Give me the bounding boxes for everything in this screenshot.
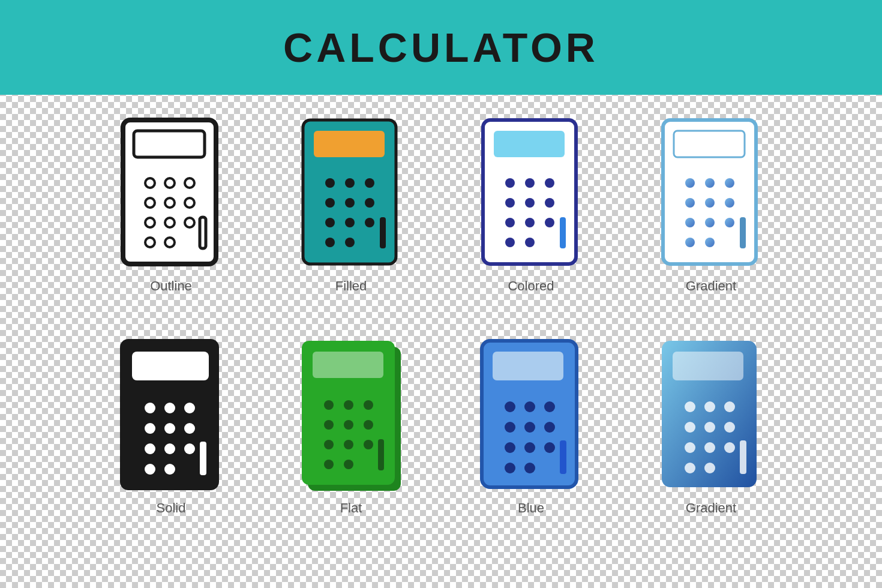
svg-point-46 bbox=[725, 178, 734, 188]
svg-rect-57 bbox=[132, 352, 209, 380]
svg-point-37 bbox=[525, 218, 535, 227]
svg-point-30 bbox=[505, 178, 515, 188]
svg-point-18 bbox=[365, 178, 374, 188]
svg-point-78 bbox=[364, 420, 373, 430]
svg-point-25 bbox=[325, 238, 335, 247]
svg-point-106 bbox=[724, 422, 735, 433]
icon-gradient-top: Gradient bbox=[633, 114, 789, 318]
header-banner: CALCULATOR bbox=[0, 0, 882, 95]
svg-point-53 bbox=[685, 238, 695, 247]
icon-label-gradient-bottom: Gradient bbox=[686, 500, 736, 516]
svg-rect-112 bbox=[740, 440, 746, 474]
svg-point-21 bbox=[365, 198, 374, 208]
svg-point-20 bbox=[345, 198, 355, 208]
svg-point-62 bbox=[164, 423, 175, 434]
icon-label-blue: Blue bbox=[518, 500, 544, 516]
svg-point-35 bbox=[545, 198, 554, 208]
svg-point-38 bbox=[545, 218, 554, 227]
svg-point-96 bbox=[505, 463, 515, 473]
svg-point-103 bbox=[724, 401, 735, 412]
icon-label-colored: Colored bbox=[508, 278, 554, 294]
svg-rect-1 bbox=[134, 131, 205, 157]
svg-point-79 bbox=[324, 440, 334, 449]
svg-point-97 bbox=[524, 463, 535, 473]
svg-point-108 bbox=[704, 442, 715, 453]
svg-point-19 bbox=[325, 198, 335, 208]
svg-point-94 bbox=[524, 442, 535, 453]
svg-point-32 bbox=[545, 178, 554, 188]
svg-rect-86 bbox=[493, 352, 563, 380]
svg-point-54 bbox=[705, 238, 715, 247]
svg-point-36 bbox=[505, 218, 515, 227]
svg-point-110 bbox=[685, 463, 695, 473]
svg-point-33 bbox=[505, 198, 515, 208]
svg-point-61 bbox=[145, 423, 155, 434]
icon-label-flat: Flat bbox=[340, 500, 362, 516]
svg-point-48 bbox=[705, 198, 715, 208]
svg-point-34 bbox=[525, 198, 535, 208]
svg-point-31 bbox=[525, 178, 535, 188]
svg-point-59 bbox=[164, 403, 175, 413]
svg-point-80 bbox=[344, 440, 353, 449]
svg-point-82 bbox=[324, 460, 334, 469]
svg-point-95 bbox=[544, 442, 555, 453]
calculator-icon-gradient-top bbox=[651, 114, 771, 270]
svg-point-102 bbox=[704, 401, 715, 412]
svg-point-107 bbox=[685, 442, 695, 453]
svg-point-92 bbox=[544, 422, 555, 433]
svg-rect-15 bbox=[314, 131, 385, 157]
svg-point-65 bbox=[164, 443, 175, 454]
icon-label-outline: Outline bbox=[150, 278, 192, 294]
svg-point-47 bbox=[685, 198, 695, 208]
svg-point-17 bbox=[345, 178, 355, 188]
svg-point-90 bbox=[505, 422, 515, 433]
svg-point-101 bbox=[685, 401, 695, 412]
svg-point-67 bbox=[145, 464, 155, 475]
icon-label-gradient-top: Gradient bbox=[686, 278, 736, 294]
svg-point-76 bbox=[324, 420, 334, 430]
svg-point-74 bbox=[344, 400, 353, 410]
calculator-icon-filled bbox=[291, 114, 411, 270]
svg-rect-27 bbox=[380, 217, 386, 248]
svg-point-88 bbox=[524, 401, 535, 412]
svg-point-93 bbox=[505, 442, 515, 453]
svg-point-73 bbox=[324, 400, 334, 410]
svg-rect-43 bbox=[674, 131, 745, 157]
svg-point-66 bbox=[184, 443, 195, 454]
svg-point-75 bbox=[364, 400, 373, 410]
calculator-icon-flat bbox=[291, 336, 411, 492]
svg-rect-55 bbox=[740, 217, 746, 248]
svg-point-87 bbox=[505, 401, 515, 412]
svg-rect-69 bbox=[200, 442, 206, 475]
svg-point-68 bbox=[164, 464, 175, 475]
svg-rect-84 bbox=[378, 439, 384, 470]
icon-gradient-bottom: Gradient bbox=[633, 336, 789, 540]
svg-point-23 bbox=[345, 218, 355, 227]
icon-blue: Blue bbox=[453, 336, 609, 540]
svg-point-44 bbox=[685, 178, 695, 188]
svg-point-24 bbox=[365, 218, 374, 227]
svg-point-45 bbox=[705, 178, 715, 188]
svg-point-81 bbox=[364, 440, 373, 449]
svg-point-50 bbox=[685, 218, 695, 227]
svg-rect-29 bbox=[494, 131, 565, 157]
svg-point-104 bbox=[685, 422, 695, 433]
icon-colored: Colored bbox=[453, 114, 609, 318]
svg-point-111 bbox=[704, 463, 715, 473]
svg-point-109 bbox=[724, 442, 735, 453]
calculator-icon-solid bbox=[111, 336, 231, 492]
icon-label-filled: Filled bbox=[335, 278, 367, 294]
svg-point-77 bbox=[344, 420, 353, 430]
svg-point-49 bbox=[725, 198, 734, 208]
svg-point-51 bbox=[705, 218, 715, 227]
svg-rect-98 bbox=[560, 440, 566, 474]
icons-grid: Outline Filled bbox=[93, 114, 789, 540]
svg-point-16 bbox=[325, 178, 335, 188]
svg-point-58 bbox=[145, 403, 155, 413]
icon-label-solid: Solid bbox=[157, 500, 186, 516]
svg-rect-72 bbox=[313, 352, 383, 378]
svg-rect-100 bbox=[673, 352, 743, 380]
icon-filled: Filled bbox=[273, 114, 429, 318]
calculator-icon-outline bbox=[111, 114, 231, 270]
calculator-icon-colored bbox=[471, 114, 591, 270]
